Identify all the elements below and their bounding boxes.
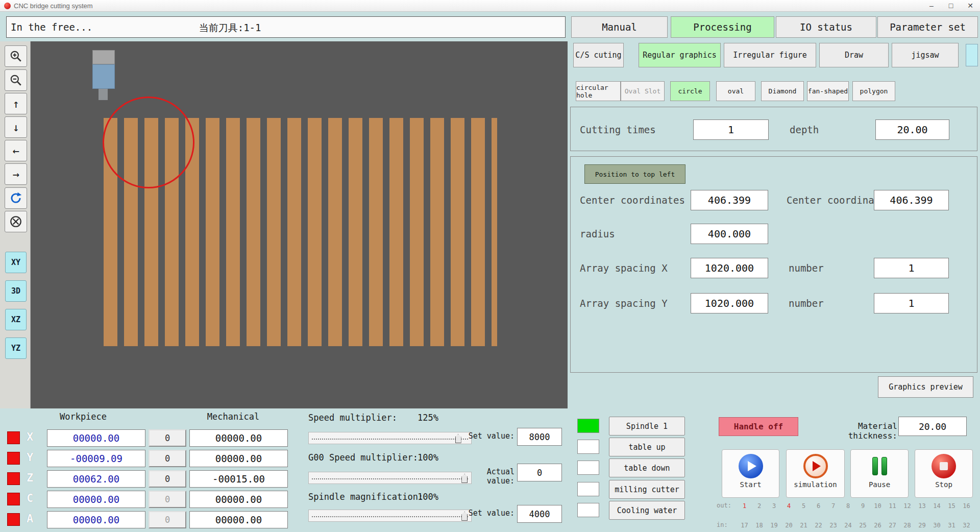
axis-a-offset-button[interactable]: 0 — [149, 511, 186, 528]
axis-x-led — [7, 431, 20, 444]
minimize-button[interactable]: – — [922, 0, 941, 11]
io-out-label: out: — [717, 502, 737, 509]
tab-processing[interactable]: Processing — [671, 16, 774, 38]
move-left-button[interactable]: ← — [5, 140, 27, 161]
axis-x-offset-button[interactable]: 0 — [149, 429, 186, 447]
milling-cutter-button[interactable]: milling cutter — [609, 480, 685, 499]
io-point: 30 — [929, 522, 944, 529]
slider-ticks — [312, 478, 468, 479]
view-yz-button[interactable]: YZ — [5, 337, 27, 359]
move-right-button[interactable]: → — [5, 163, 27, 185]
speed-multiplier-value: 125% — [418, 413, 438, 423]
array-x-number-input[interactable]: 1 — [874, 258, 949, 278]
shape-oval[interactable]: oval — [716, 81, 755, 101]
start-button[interactable]: Start — [722, 449, 779, 498]
array-spacing-x-label: Array spacing X — [580, 262, 668, 274]
spindle-set-value-input[interactable]: 8000 — [517, 428, 562, 446]
table-down-button[interactable]: table down — [609, 458, 685, 477]
arrow-up-icon: ↑ — [12, 98, 19, 110]
io-point: 19 — [767, 522, 781, 529]
position-top-left-button[interactable]: Position to top left — [584, 164, 685, 184]
io-point: 32 — [959, 522, 974, 529]
io-point: 14 — [929, 502, 944, 510]
cancel-icon — [9, 215, 22, 228]
cancel-view-button[interactable] — [5, 211, 27, 232]
machining-canvas[interactable] — [31, 41, 568, 408]
subtab-draw[interactable]: Draw — [819, 43, 889, 67]
cut-path-circle — [103, 96, 194, 188]
io-point: 22 — [811, 522, 826, 529]
start-play-icon — [739, 454, 763, 478]
zoom-out-icon — [9, 74, 22, 87]
view-xz-button[interactable]: XZ — [5, 309, 27, 330]
io-point: 16 — [959, 502, 974, 510]
io-point: 29 — [915, 522, 929, 529]
graphics-preview-button[interactable]: Graphics preview — [878, 376, 973, 398]
simulation-play-icon — [803, 454, 828, 478]
center-x-input[interactable]: 406.399 — [691, 190, 768, 210]
speed-set-value-input[interactable]: 4000 — [517, 505, 562, 523]
shape-fan-shaped[interactable]: fan-shaped — [807, 81, 849, 101]
cutting-times-label: Cutting times — [580, 124, 656, 135]
axis-z-offset-button[interactable]: 0 — [149, 470, 186, 488]
subtab-jigsaw[interactable]: jigsaw — [892, 43, 959, 67]
shape-oval-slot[interactable]: Oval Slot — [621, 81, 665, 101]
io-point: 11 — [885, 502, 900, 510]
shape-circular-hole[interactable]: circular hole — [576, 81, 621, 101]
spindle-magnification-slider[interactable] — [308, 510, 472, 522]
io-point: 24 — [841, 522, 855, 529]
axis-c-offset-button[interactable]: 0 — [149, 491, 186, 508]
array-y-number-input[interactable]: 1 — [874, 293, 949, 313]
center-y-input[interactable]: 406.399 — [874, 190, 949, 210]
io-point: 4 — [781, 502, 796, 510]
g00-speed-slider[interactable] — [308, 472, 472, 484]
axis-y-offset-button[interactable]: 0 — [149, 450, 186, 467]
subtab-regular-graphics[interactable]: Regular graphics — [639, 43, 721, 67]
stop-button[interactable]: Stop — [915, 449, 973, 498]
move-down-button[interactable]: ↓ — [5, 116, 27, 138]
window-controls: – □ ✕ — [922, 0, 980, 11]
stop-button-label: Stop — [935, 480, 952, 489]
depth-input[interactable]: 20.00 — [875, 119, 949, 140]
subtab-more-button[interactable] — [966, 44, 978, 66]
tab-io-status[interactable]: IO status — [776, 16, 876, 38]
io-point: 17 — [737, 522, 752, 529]
rotate-icon — [9, 191, 22, 205]
rotate-view-button[interactable] — [5, 187, 27, 209]
io-in-numbers: 17181920212223242526272829303132 — [737, 520, 974, 529]
zoom-in-button[interactable] — [5, 45, 27, 67]
axis-x-label: X — [27, 430, 33, 443]
shape-circle[interactable]: circle — [670, 81, 710, 101]
title-bar: CNC bridge cutting system – □ ✕ — [0, 0, 980, 12]
cooling-water-button[interactable]: Cooling water — [609, 501, 685, 520]
subtab-cs-cutting[interactable]: C/S cuting — [573, 43, 624, 67]
maximize-button[interactable]: □ — [941, 0, 961, 11]
tab-manual[interactable]: Manual — [571, 16, 668, 38]
close-button[interactable]: ✕ — [961, 0, 980, 11]
io-out-row: out: 12345678910111213141516 — [717, 500, 974, 510]
material-thickness-input[interactable]: 20.00 — [898, 417, 967, 436]
axis-c-workpiece-value: 00000.00 — [47, 491, 145, 508]
shape-diamond[interactable]: Diamond — [761, 81, 804, 101]
current-tool-label: 当前刀具:1-1 — [199, 21, 261, 35]
spindle-1-button[interactable]: Spindle 1 — [609, 417, 685, 436]
radius-input[interactable]: 400.000 — [691, 224, 768, 244]
pause-button[interactable]: Pause — [850, 449, 909, 498]
handle-off-button[interactable]: Handle off — [719, 417, 798, 436]
tab-parameter-set[interactable]: Parameter set — [877, 16, 978, 38]
cutting-times-input[interactable]: 1 — [693, 119, 769, 140]
simulation-button[interactable]: simulation — [786, 449, 845, 498]
io-out-numbers: 12345678910111213141516 — [737, 500, 974, 510]
zoom-out-button[interactable] — [5, 69, 27, 91]
array-spacing-x-input[interactable]: 1020.000 — [691, 258, 768, 278]
move-up-button[interactable]: ↑ — [5, 93, 27, 114]
shape-polygon[interactable]: polygon — [852, 81, 895, 101]
speed-multiplier-slider[interactable] — [308, 432, 472, 444]
array-spacing-y-input[interactable]: 1020.000 — [691, 293, 768, 313]
io-point: 27 — [885, 522, 900, 529]
window-title: CNC bridge cutting system — [14, 2, 93, 10]
subtab-irregular-figure[interactable]: Irregular figure — [724, 43, 816, 67]
table-up-button[interactable]: table up — [609, 438, 685, 456]
view-3d-button[interactable]: 3D — [5, 280, 27, 302]
view-xy-button[interactable]: XY — [5, 252, 27, 273]
